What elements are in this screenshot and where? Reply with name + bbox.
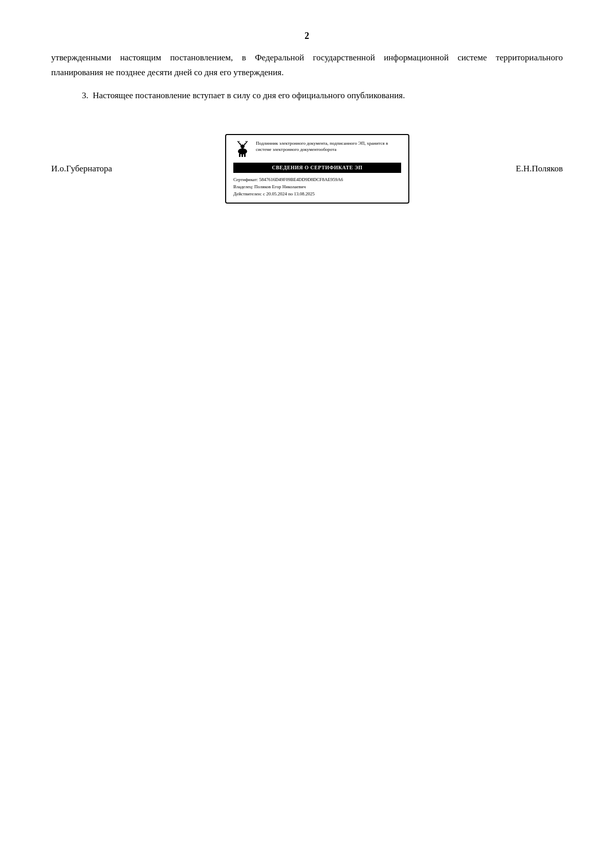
- signature-right-name: Е.Н.Поляков: [481, 164, 563, 174]
- certificate-box: Подлинник электронного документа, подпис…: [225, 134, 409, 204]
- cert-line-3: Действителен: с 20.05.2024 по 13.08.2025: [233, 191, 401, 198]
- page-number: 2: [51, 31, 563, 41]
- cert-logo-icon: [233, 140, 252, 159]
- cert-line-1: Сертификат: 5847616D49F09BE4DD9D8DCF8AE9…: [233, 176, 401, 184]
- signature-section: И.о.Губернатора: [51, 134, 563, 204]
- svg-rect-12: [239, 153, 240, 157]
- signature-left-title: И.о.Губернатора: [51, 164, 154, 174]
- cert-title-bar: СВЕДЕНИЯ О СЕРТИФИКАТЕ ЭП: [233, 163, 401, 173]
- svg-rect-14: [244, 153, 246, 157]
- cert-header-text: Подлинник электронного документа, подпис…: [256, 140, 401, 152]
- document-page: 2 утвержденными настоящим постановлением…: [0, 0, 614, 868]
- cert-line-2: Владелец: Поляков Егор Николаевич: [233, 184, 401, 191]
- svg-line-6: [238, 141, 239, 142]
- cert-header: Подлинник электронного документа, подпис…: [233, 140, 401, 159]
- para2-number: 3.: [82, 91, 93, 100]
- svg-line-10: [246, 141, 247, 142]
- paragraph-2: 3. Настоящее постановление вступает в си…: [51, 88, 563, 103]
- para2-text: Настоящее постановление вступает в силу …: [93, 91, 405, 100]
- svg-rect-13: [242, 154, 243, 157]
- cert-details: Сертификат: 5847616D49F09BE4DD9D8DCF8AE9…: [233, 176, 401, 198]
- paragraph-1: утвержденными настоящим постановлением, …: [51, 51, 563, 80]
